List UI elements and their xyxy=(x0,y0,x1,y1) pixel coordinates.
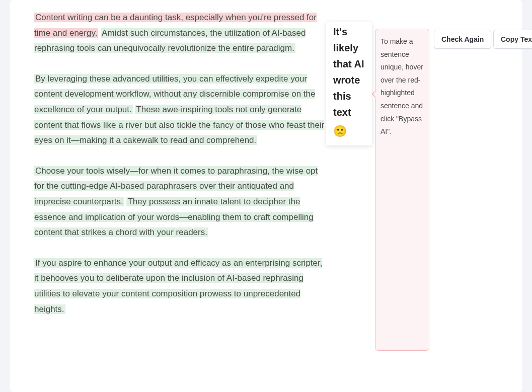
paragraph-2: By leveraging these advanced utilities, … xyxy=(34,71,326,148)
sentence-human[interactable]: If you aspire to enhance your output and… xyxy=(34,258,322,314)
frown-icon: 🙁 xyxy=(333,123,365,139)
paragraph-3: Choose your tools wisely—for when it com… xyxy=(34,164,326,241)
ai-detection-text: It's likely that AI wrote this text xyxy=(333,24,365,120)
paragraph-4: If you aspire to enhance your output and… xyxy=(34,256,326,317)
ai-detection-popover: It's likely that AI wrote this text 🙁 xyxy=(326,22,372,145)
tip-text: To make a sentence unique, hover over th… xyxy=(381,37,423,135)
page-root: Content writing can be a daunting task, … xyxy=(0,0,532,392)
tip-panel: To make a sentence unique, hover over th… xyxy=(375,29,429,351)
content-card: Content writing can be a daunting task, … xyxy=(10,0,522,392)
editor-area[interactable]: Content writing can be a daunting task, … xyxy=(34,10,326,332)
paragraph-1: Content writing can be a daunting task, … xyxy=(34,10,326,56)
check-again-button[interactable]: Check Again xyxy=(434,30,491,49)
copy-text-button[interactable]: Copy Text xyxy=(493,30,532,49)
